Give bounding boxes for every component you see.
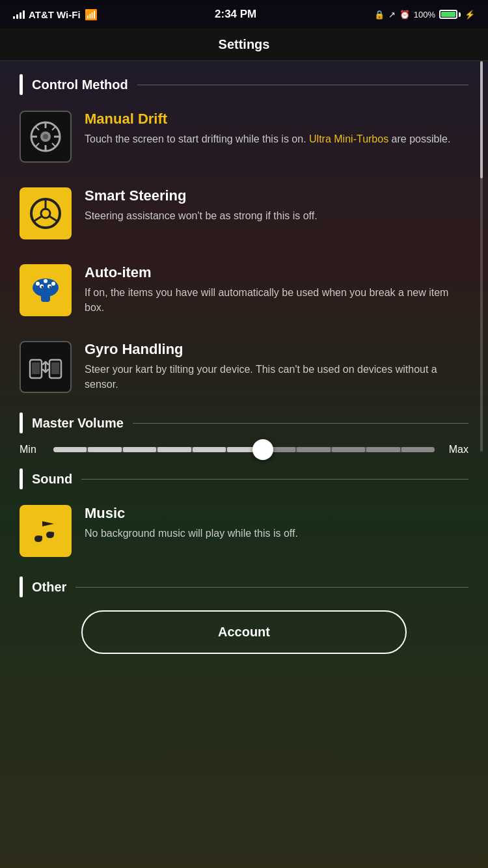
settings-content: Control Method Manual Drift (0, 61, 488, 686)
slider-segments (53, 447, 435, 452)
scrollbar[interactable] (480, 61, 483, 452)
volume-slider-thumb[interactable] (252, 439, 273, 460)
svg-point-22 (36, 282, 40, 286)
lock-icon: 🔒 (374, 10, 385, 20)
battery-icon (439, 10, 461, 19)
slider-seg-1 (53, 447, 87, 452)
section-indicator-2 (20, 413, 23, 433)
svg-line-14 (34, 217, 41, 221)
svg-point-12 (41, 209, 50, 218)
master-volume-title: Master Volume (32, 416, 124, 431)
section-indicator (20, 74, 23, 95)
section-divider-2 (133, 423, 468, 424)
smart-steering-name: Smart Steering (85, 187, 468, 204)
music-text: Music No background music will play whil… (85, 505, 468, 541)
other-section-header: Other (20, 576, 468, 597)
mushroom-icon (29, 273, 62, 307)
music-desc: No background music will play while this… (85, 526, 468, 541)
manual-drift-icon (20, 111, 72, 163)
slider-seg-3 (123, 447, 156, 452)
carrier-label: AT&T Wi-Fi (29, 9, 81, 20)
slider-seg-2 (88, 447, 121, 452)
location-icon: ↗ (388, 10, 396, 20)
steering-wheel-icon (29, 197, 62, 230)
slider-seg-8 (297, 447, 330, 452)
auto-item-desc: If on, the items you have will automatic… (85, 285, 468, 315)
page-title: Settings (219, 37, 270, 52)
slider-seg-9 (332, 447, 365, 452)
auto-item-item: Auto-item If on, the items you have will… (20, 259, 468, 321)
control-method-title: Control Method (32, 77, 128, 92)
manual-drift-desc: Touch the screen to start drifting while… (85, 131, 468, 146)
signal-bars-icon (13, 10, 25, 19)
music-icon (20, 505, 72, 557)
gyro-handling-name: Gyro Handling (85, 341, 468, 358)
gyro-handling-text: Gyro Handling Steer your kart by tilting… (85, 341, 468, 392)
section-divider (137, 85, 468, 85)
status-left: AT&T Wi-Fi 📶 (13, 8, 98, 21)
sound-section-header: Sound (20, 468, 468, 489)
section-divider-3 (81, 479, 468, 480)
other-title: Other (32, 580, 66, 595)
manual-drift-item: Manual Drift Touch the screen to start d… (20, 105, 468, 168)
status-right: 🔒 ↗ ⏰ 100% ⚡ (374, 10, 475, 20)
volume-max-label: Max (445, 444, 468, 455)
desc-part-1: Touch the screen to start drifting while… (85, 133, 309, 144)
volume-slider-container: Min Max (20, 444, 468, 455)
slider-seg-5 (193, 447, 226, 452)
smart-steering-text: Smart Steering Steering assistance won't… (85, 187, 468, 223)
volume-slider-track[interactable] (53, 447, 435, 452)
alarm-icon: ⏰ (400, 10, 410, 20)
master-volume-section-header: Master Volume (20, 413, 468, 433)
slider-seg-10 (366, 447, 400, 452)
account-button[interactable]: Account (81, 610, 407, 654)
gyro-icon (28, 349, 63, 385)
clock: 2:34 PM (215, 8, 256, 21)
manual-drift-text: Manual Drift Touch the screen to start d… (85, 111, 468, 146)
svg-rect-28 (51, 362, 59, 374)
svg-point-21 (49, 286, 51, 288)
volume-min-label: Min (20, 444, 43, 455)
section-indicator-3 (20, 468, 23, 489)
smart-steering-item: Smart Steering Steering assistance won't… (20, 182, 468, 245)
auto-item-name: Auto-item (85, 264, 468, 281)
smart-steering-icon (20, 187, 72, 239)
svg-line-15 (50, 217, 57, 221)
slider-seg-4 (157, 447, 191, 452)
svg-line-7 (35, 126, 39, 130)
ultra-mini-turbos-link: Ultra Mini-Turbos (309, 133, 388, 144)
charging-icon: ⚡ (465, 10, 475, 20)
gyro-handling-item: Gyro Handling Steer your kart by tilting… (20, 336, 468, 398)
battery-percent: 100% (414, 10, 435, 20)
svg-point-24 (44, 279, 47, 283)
svg-point-20 (42, 286, 44, 288)
svg-rect-17 (41, 294, 50, 302)
svg-point-23 (51, 282, 55, 286)
manual-drift-name: Manual Drift (85, 111, 468, 128)
wifi-icon: 📶 (85, 8, 98, 21)
scrollbar-thumb[interactable] (480, 61, 483, 178)
section-divider-4 (75, 587, 468, 588)
music-name: Music (85, 505, 468, 522)
tire-icon (28, 119, 63, 154)
smart-steering-desc: Steering assistance won't be as strong i… (85, 208, 468, 223)
svg-line-8 (52, 143, 56, 147)
svg-line-10 (35, 143, 39, 147)
svg-rect-26 (32, 362, 40, 374)
auto-item-text: Auto-item If on, the items you have will… (85, 264, 468, 315)
gyro-handling-icon (20, 341, 72, 393)
music-note-icon (29, 515, 62, 547)
sound-title: Sound (32, 472, 72, 487)
status-bar: AT&T Wi-Fi 📶 2:34 PM 🔒 ↗ ⏰ 100% ⚡ (0, 0, 488, 29)
nav-bar: Settings (0, 29, 488, 61)
desc-part-3: are possible. (388, 133, 450, 144)
section-indicator-4 (20, 576, 23, 597)
auto-item-icon (20, 264, 72, 316)
svg-point-2 (43, 134, 48, 139)
gyro-handling-desc: Steer your kart by tilting your device. … (85, 362, 468, 392)
control-method-section-header: Control Method (20, 74, 468, 95)
slider-seg-11 (401, 447, 435, 452)
music-item: Music No background music will play whil… (20, 500, 468, 562)
svg-line-9 (52, 126, 56, 130)
